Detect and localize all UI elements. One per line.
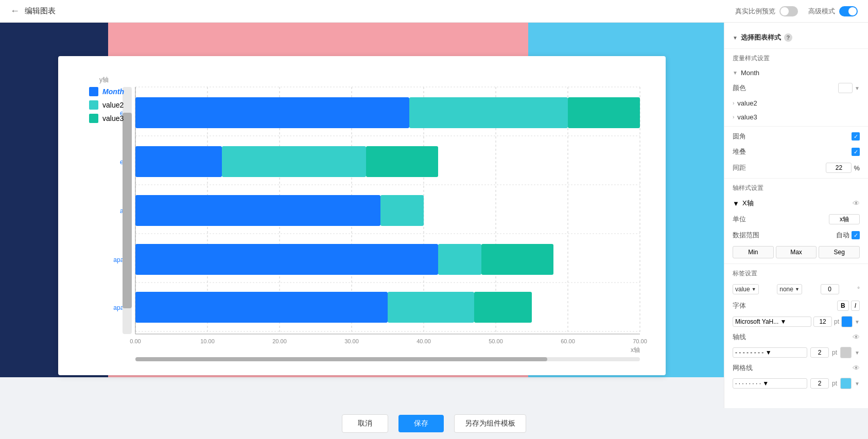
axis-line-eye-icon[interactable]: 👁	[853, 333, 860, 341]
chart-svg: y轴	[94, 72, 661, 349]
scroll-thumb[interactable]	[135, 357, 547, 361]
x-tick-6: 60.00	[561, 338, 575, 344]
month-expand-label: Month	[741, 69, 759, 77]
stack-checkbox[interactable]: ✓	[852, 148, 860, 156]
advanced-label: 高级模式	[808, 7, 835, 16]
y-scroll-thumb[interactable]	[123, 113, 132, 308]
value3-expand-row[interactable]: › value3	[724, 110, 868, 124]
font-family-row: Microsoft YaH... ▼ pt ▼	[724, 314, 868, 329]
bar-row4-v2	[438, 244, 481, 275]
axis-color-arrow: ▼	[855, 350, 860, 356]
x-tick-3: 30.00	[344, 338, 359, 344]
bar-row2-v1	[135, 146, 222, 177]
corner-checkbox[interactable]: ✓	[852, 132, 860, 141]
data-range-auto: 自动	[836, 231, 849, 240]
bold-button[interactable]: B	[837, 301, 849, 311]
color-swatch[interactable]	[838, 83, 853, 93]
label-none-arrow: ▼	[795, 287, 800, 292]
grid-line-label: 网格线	[733, 363, 753, 373]
unit-input[interactable]	[829, 214, 860, 224]
seg-button[interactable]: Seg	[819, 246, 860, 258]
advanced-toggle[interactable]	[839, 6, 858, 16]
axis-line-row: 轴线 👁	[724, 329, 868, 345]
font-label: 字体	[733, 301, 746, 310]
unit-row: 单位	[724, 211, 868, 227]
legend-color-month	[89, 87, 98, 96]
bar-row2-v2	[222, 146, 366, 177]
max-button[interactable]: Max	[776, 246, 817, 258]
header-left: ← 编辑图表	[10, 6, 56, 16]
data-range-checkbox[interactable]: ✓	[852, 231, 860, 239]
header: ← 编辑图表 真实比例预览 高级模式	[0, 0, 868, 23]
grid-line-eye-icon[interactable]: 👁	[853, 364, 860, 372]
italic-button[interactable]: I	[851, 301, 860, 311]
axis-line-size-input[interactable]	[810, 347, 829, 358]
help-icon[interactable]: ?	[784, 33, 792, 42]
font-family-select[interactable]: Microsoft YaH... ▼	[733, 317, 811, 327]
save-template-button[interactable]: 另存为组件模板	[454, 414, 526, 433]
bottom-bar: 取消 保存 另存为组件模板	[0, 408, 868, 439]
x-tick-2: 20.00	[272, 338, 287, 344]
axis-section-label: 轴样式设置	[724, 181, 868, 196]
min-button[interactable]: Min	[733, 246, 774, 258]
value3-arrow: ›	[733, 114, 734, 120]
grid-pt-label: pt	[832, 380, 837, 387]
axis-line-color[interactable]	[840, 347, 852, 358]
x-axis-eye-icon[interactable]: 👁	[853, 199, 860, 207]
bar-row3-v1	[135, 195, 380, 226]
grid-size-input[interactable]	[810, 378, 829, 389]
divider-3	[724, 178, 868, 179]
legend-label-value3: value3	[102, 114, 124, 122]
main-area: Month value2 value3 y轴	[0, 23, 868, 408]
preview-toggle[interactable]	[779, 6, 798, 16]
bar-row2-v3	[366, 146, 438, 177]
month-expand-arrow: ▼	[733, 70, 738, 76]
label-value-select[interactable]: value ▼	[733, 284, 759, 294]
label-section: 标签设置	[724, 266, 868, 281]
x-tick-0: 0.00	[130, 338, 141, 344]
value2-expand-row[interactable]: › value2	[724, 96, 868, 110]
x-tick-1: 10.00	[200, 338, 215, 344]
bar-row1-v2	[409, 97, 568, 128]
legend-item-month: Month	[89, 87, 124, 96]
chart-style-section: ▼ 选择图表样式 ?	[724, 29, 868, 46]
font-color-swatch[interactable]	[841, 316, 853, 327]
chart-style-label: 选择图表样式	[741, 33, 781, 42]
cancel-button[interactable]: 取消	[342, 414, 388, 433]
back-button[interactable]: ←	[10, 6, 20, 16]
font-pt-label: pt	[834, 318, 839, 325]
bar-row1-v3	[568, 97, 640, 128]
grid-line-color[interactable]	[840, 378, 852, 389]
grid-dash-select[interactable]: · · · · · · · · ▼	[733, 378, 807, 389]
month-expand-row[interactable]: ▼ Month	[724, 66, 868, 80]
save-button[interactable]: 保存	[398, 415, 444, 432]
label-value-arrow: ▼	[752, 287, 756, 292]
x-axis-arrow: ▼	[733, 200, 739, 207]
axis-dash-select[interactable]: - - - - - - - - ▼	[733, 347, 807, 358]
advanced-toggle-group: 高级模式	[808, 6, 858, 16]
stack-row: 堆叠 ✓	[724, 144, 868, 160]
data-range-row: 数据范围 自动 ✓	[724, 227, 868, 243]
corner-row: 圆角 ✓	[724, 129, 868, 144]
spacing-row: 间距 %	[724, 160, 868, 176]
x-axis-row: ▼ X轴 👁	[724, 196, 868, 211]
legend-color-value3	[89, 114, 98, 123]
divider-4	[724, 264, 868, 264]
chart-style-arrow: ▼	[733, 35, 738, 41]
bar-row5-v3	[474, 292, 532, 323]
preview-label: 真实比例预览	[735, 7, 775, 16]
unit-label: 单位	[733, 215, 746, 224]
bar-row4-v1	[135, 244, 438, 275]
x-axis-expand[interactable]: ▼ X轴	[733, 199, 754, 208]
font-size-input[interactable]	[813, 317, 832, 327]
value2-label: value2	[737, 99, 757, 107]
color-row: 颜色 ▼	[724, 80, 868, 96]
chart-container: Month value2 value3 y轴	[58, 56, 666, 375]
label-none-select[interactable]: none ▼	[777, 284, 802, 294]
data-range-label: 数据范围	[733, 231, 759, 240]
x-axis-label: x轴	[631, 346, 640, 354]
preview-toggle-group: 真实比例预览	[735, 6, 798, 16]
spacing-input[interactable]	[826, 163, 852, 173]
stack-label: 堆叠	[733, 147, 746, 156]
label-num-input[interactable]	[821, 284, 839, 294]
